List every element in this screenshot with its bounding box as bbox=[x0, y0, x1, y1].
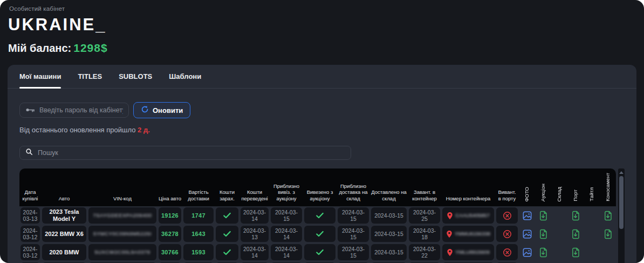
tab-bar: Мої машиниTITLESSUBLOTSШаблони bbox=[8, 65, 636, 89]
column-header: Завант. в контейнер bbox=[408, 168, 441, 206]
cell-container-number: YMLU8915609 bbox=[442, 244, 494, 260]
warehouse-document-icon bbox=[551, 243, 567, 261]
search-field[interactable] bbox=[19, 146, 351, 160]
cell-approx-auction-pickup: 2024-03-14 bbox=[271, 226, 302, 242]
table-row: 2024-03-122022 BMW X65YMCY0C09N9M5225I36… bbox=[19, 225, 616, 243]
bill-of-lading-document-icon[interactable] bbox=[600, 225, 616, 243]
search-input[interactable] bbox=[38, 149, 345, 157]
bill-of-lading-document-icon bbox=[600, 243, 616, 261]
column-header: Доставлено на склад bbox=[370, 168, 408, 206]
password-input[interactable] bbox=[39, 106, 123, 114]
column-header: Авто bbox=[41, 168, 87, 206]
balance-label: Мій баланс: bbox=[8, 42, 71, 54]
cell-approx-auction-pickup: 2024-03-15 bbox=[271, 207, 302, 224]
column-header-rotated: ФОТО bbox=[519, 168, 535, 206]
column-header: Кошти переведені bbox=[239, 168, 270, 206]
refresh-button[interactable]: Оновити bbox=[133, 102, 190, 118]
photo-icon[interactable] bbox=[519, 243, 535, 261]
cell-auto: 2020 BMW bbox=[42, 244, 86, 260]
column-header: Кошти зарах. bbox=[215, 168, 239, 206]
balance: Мій баланс:1298$ bbox=[8, 42, 644, 55]
column-header: Приблизно доставка на склад bbox=[337, 168, 370, 206]
main-panel: Мої машиниTITLESSUBLOTSШаблони Оновити bbox=[8, 65, 636, 263]
bill-of-lading-document-icon[interactable] bbox=[600, 206, 616, 225]
cell-port-unload-status bbox=[496, 244, 518, 260]
cell-delivered-warehouse: 2024-03-15 bbox=[371, 226, 407, 242]
cell-price: 19126 bbox=[159, 207, 181, 224]
scrollbar-thumb[interactable] bbox=[619, 176, 624, 229]
search-icon bbox=[25, 148, 33, 158]
cell-vin: 7SAYGDEEXPA209400 bbox=[88, 207, 156, 224]
table-row: 2024-03-132023 Tesla Model Y7SAYGDEEXPA2… bbox=[19, 206, 616, 225]
column-header: Вивант. в порту bbox=[495, 168, 519, 206]
table-header-row: Дата купівліАвтоVIN-кодЦіна автоВартість… bbox=[19, 168, 616, 206]
cell-picked-up bbox=[304, 244, 335, 260]
cell-approx-warehouse: 2024-03-15 bbox=[338, 244, 369, 260]
cell-price: 36278 bbox=[159, 226, 181, 242]
auction-document-icon[interactable] bbox=[535, 243, 551, 261]
cell-funds-credited bbox=[216, 207, 238, 224]
port-document-icon[interactable] bbox=[567, 243, 584, 261]
column-header-rotated: Аукціон bbox=[535, 168, 551, 206]
cell-vin: 5UXCW2C00L9A0379 bbox=[88, 244, 156, 260]
refresh-button-label: Оновити bbox=[153, 106, 183, 114]
scroll-up-arrow-icon[interactable] bbox=[619, 171, 624, 174]
port-document-icon[interactable] bbox=[567, 225, 584, 243]
photo-icon[interactable] bbox=[519, 225, 535, 243]
column-header: Дата купівлі bbox=[19, 168, 41, 206]
tab-мої-машини[interactable]: Мої машини bbox=[19, 65, 61, 88]
cell-picked-up bbox=[304, 207, 335, 224]
port-document-icon[interactable] bbox=[567, 206, 584, 225]
cabinet-password-field[interactable] bbox=[19, 103, 129, 118]
auction-document-icon[interactable] bbox=[535, 206, 551, 225]
cell-port-unload-status bbox=[496, 207, 518, 224]
refresh-icon bbox=[141, 105, 149, 115]
column-header: Приблизно вивіз. з аукціону bbox=[270, 168, 303, 206]
balance-value: 1298$ bbox=[73, 42, 107, 54]
column-header: Номер контейнера bbox=[441, 168, 495, 206]
column-header: VIN-код bbox=[87, 168, 157, 206]
panel-body: Оновити Від останнього оновлення пройшло… bbox=[8, 89, 636, 263]
cell-approx-auction-pickup: 2024-03-14 bbox=[271, 244, 302, 260]
auction-document-icon[interactable] bbox=[535, 225, 551, 243]
cell-picked-up bbox=[304, 226, 335, 242]
cell-container-number: YMMU6156338 bbox=[442, 226, 494, 242]
cell-funds-transferred: 2024-03-14 bbox=[241, 244, 269, 260]
cell-approx-warehouse: 2024-03-15 bbox=[338, 207, 369, 224]
cell-delivered-warehouse: 2024-03-15 bbox=[371, 207, 407, 224]
cell-container-loaded: 2024-03-25 bbox=[409, 207, 440, 224]
cell-funds-credited bbox=[216, 244, 238, 260]
key-icon bbox=[25, 105, 35, 115]
cell-vin: 5YMCY0C09N9M5225I bbox=[88, 226, 156, 242]
cell-delivered-warehouse: 2024-03-15 bbox=[371, 244, 407, 260]
cell-funds-credited bbox=[216, 226, 238, 242]
cell-purchase-date: 2024-03-13 bbox=[20, 207, 40, 224]
cell-approx-warehouse: 2024-03-15 bbox=[338, 226, 369, 242]
tab-шаблони[interactable]: Шаблони bbox=[169, 65, 201, 88]
cell-purchase-date: 2024-03-12 bbox=[20, 244, 40, 260]
update-note: Від останнього оновлення пройшло 2 д. bbox=[19, 126, 625, 134]
column-header-rotated: Порт bbox=[567, 168, 584, 206]
cell-auto: 2023 Tesla Model Y bbox=[42, 207, 86, 224]
cell-price: 30766 bbox=[159, 244, 181, 260]
warehouse-document-icon bbox=[551, 225, 567, 243]
title-document-icon bbox=[584, 243, 600, 261]
title-document-icon bbox=[584, 206, 600, 225]
title-document-icon bbox=[584, 225, 600, 243]
cell-container-loaded: 2024-03-18 bbox=[409, 226, 440, 242]
table-body: 2024-03-132023 Tesla Model Y7SAYGDEEXPA2… bbox=[19, 206, 627, 263]
page-kicker: Особистий кабінет bbox=[9, 5, 644, 12]
cell-auto: 2022 BMW X6 bbox=[42, 226, 86, 242]
cell-funds-transferred: 2024-03-13 bbox=[241, 226, 269, 242]
photo-icon[interactable] bbox=[519, 206, 535, 225]
update-note-text: Від останнього оновлення пройшло bbox=[19, 126, 135, 134]
warehouse-document-icon bbox=[551, 206, 567, 225]
column-header: Вартість доставки bbox=[182, 168, 215, 206]
tab-sublots[interactable]: SUBLOTS bbox=[119, 65, 152, 88]
vertical-scrollbar[interactable] bbox=[618, 168, 625, 263]
brand-logo: UKRAINE_ bbox=[8, 15, 644, 35]
column-header: Ціна авто bbox=[157, 168, 182, 206]
cell-delivery-cost: 1593 bbox=[183, 244, 214, 260]
tab-titles[interactable]: TITLES bbox=[78, 65, 102, 88]
app-window: Особистий кабінет UKRAINE_ Мій баланс:12… bbox=[0, 0, 644, 263]
